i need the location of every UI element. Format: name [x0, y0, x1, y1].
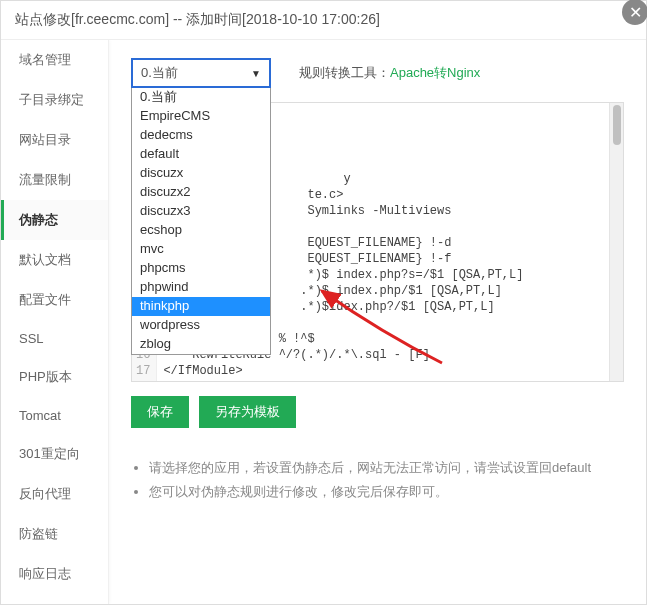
- dropdown-option[interactable]: wordpress: [132, 316, 270, 335]
- sidebar-item[interactable]: SSL: [1, 320, 108, 357]
- sidebar-item[interactable]: 301重定向: [1, 434, 108, 474]
- rule-tool-label: 规则转换工具：Apache转Nginx: [299, 64, 480, 82]
- dropdown-option[interactable]: default: [132, 145, 270, 164]
- dropdown-option[interactable]: discuzx2: [132, 183, 270, 202]
- dropdown-option[interactable]: thinkphp: [132, 297, 270, 316]
- dropdown-option[interactable]: discuzx3: [132, 202, 270, 221]
- chevron-down-icon: ▼: [251, 68, 261, 79]
- editor-scrollbar[interactable]: [609, 103, 623, 381]
- sidebar: 域名管理子目录绑定网站目录流量限制伪静态默认文档配置文件SSLPHP版本Tomc…: [1, 40, 109, 604]
- sidebar-item[interactable]: 伪静态: [1, 200, 108, 240]
- dropdown-option[interactable]: ecshop: [132, 221, 270, 240]
- sidebar-item[interactable]: 响应日志: [1, 554, 108, 594]
- sidebar-item[interactable]: 反向代理: [1, 474, 108, 514]
- modal-title-text: 站点修改[fr.ceecmc.com] -- 添加时间[2018-10-10 1…: [15, 11, 380, 27]
- sidebar-item[interactable]: 流量限制: [1, 160, 108, 200]
- dropdown-option[interactable]: 0.当前: [132, 88, 270, 107]
- sidebar-item[interactable]: 防盗链: [1, 514, 108, 554]
- modal-titlebar: 站点修改[fr.ceecmc.com] -- 添加时间[2018-10-10 1…: [1, 1, 646, 40]
- editor-scroll-thumb[interactable]: [613, 105, 621, 145]
- dropdown-option[interactable]: dedecms: [132, 126, 270, 145]
- template-select-value: 0.当前: [141, 64, 178, 82]
- dropdown-option[interactable]: mvc: [132, 240, 270, 259]
- tip-item: 请选择您的应用，若设置伪静态后，网站无法正常访问，请尝试设置回default: [149, 456, 624, 480]
- sidebar-item[interactable]: 域名管理: [1, 40, 108, 80]
- apache-to-nginx-link[interactable]: Apache转Nginx: [390, 65, 480, 80]
- tips-list: 请选择您的应用，若设置伪静态后，网站无法正常访问，请尝试设置回default 您…: [131, 456, 624, 504]
- tip-item: 您可以对伪静态规则进行修改，修改完后保存即可。: [149, 480, 624, 504]
- template-select[interactable]: 0.当前 ▼: [131, 58, 271, 88]
- sidebar-item[interactable]: 子目录绑定: [1, 80, 108, 120]
- dropdown-option[interactable]: phpcms: [132, 259, 270, 278]
- dropdown-option[interactable]: EmpireCMS: [132, 107, 270, 126]
- sidebar-item[interactable]: 默认文档: [1, 240, 108, 280]
- dropdown-option[interactable]: zblog: [132, 335, 270, 354]
- save-button[interactable]: 保存: [131, 396, 189, 428]
- save-as-template-button[interactable]: 另存为模板: [199, 396, 296, 428]
- sidebar-item[interactable]: 网站目录: [1, 120, 108, 160]
- sidebar-item[interactable]: 配置文件: [1, 280, 108, 320]
- close-button[interactable]: ✕: [622, 0, 647, 25]
- main-panel: 0.当前 ▼ 0.当前EmpireCMSdedecmsdefaultdiscuz…: [109, 40, 646, 604]
- dropdown-option[interactable]: discuzx: [132, 164, 270, 183]
- sidebar-item[interactable]: Tomcat: [1, 397, 108, 434]
- dropdown-option[interactable]: phpwind: [132, 278, 270, 297]
- sidebar-item[interactable]: PHP版本: [1, 357, 108, 397]
- template-dropdown: 0.当前EmpireCMSdedecmsdefaultdiscuzxdiscuz…: [131, 88, 271, 355]
